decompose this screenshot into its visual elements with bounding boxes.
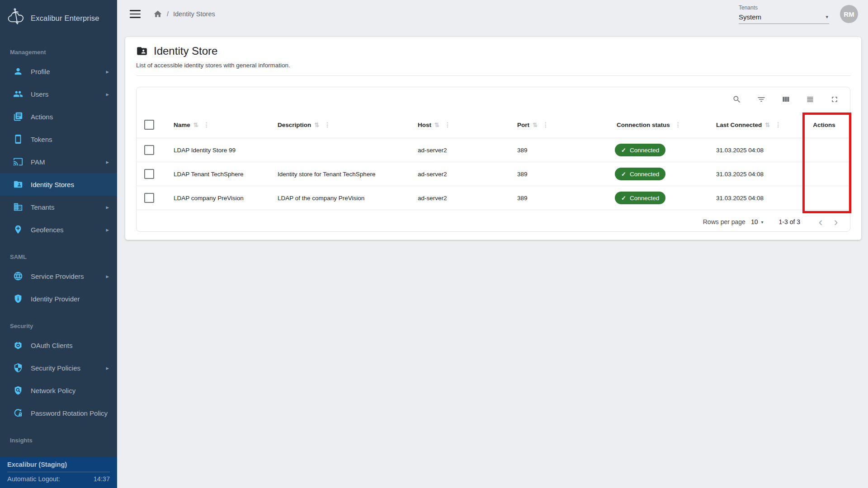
sidebar-item-tokens[interactable]: Tokens [0, 128, 117, 150]
status-badge-connected: ✓ Connected [615, 144, 665, 156]
view-columns-icon [781, 95, 790, 104]
people-icon [13, 89, 24, 99]
column-header-last-connected: Last Connected ⇅ ⋮ [708, 121, 798, 128]
library-books-icon [13, 111, 24, 122]
cell-last-connected: 31.03.2025 04:08 [708, 195, 798, 202]
pagination-range: 1-3 of 3 [779, 218, 800, 225]
person-icon [13, 66, 24, 77]
section-label-security: Security [0, 323, 117, 334]
sidebar-item-identity-provider[interactable]: Identity Provider [0, 287, 117, 310]
cell-host: ad-server2 [410, 171, 509, 178]
data-table: Name ⇅ ⋮ Description ⇅ ⋮ Host ⇅ ⋮ [136, 87, 850, 232]
column-menu-icon[interactable]: ⋮ [542, 121, 549, 128]
sidebar-item-label: Geofences [31, 226, 64, 234]
cell-name: LDAP company PreVision [165, 195, 269, 202]
sidebar-item-label: Tenants [31, 203, 55, 211]
cell-connection-status: ✓ Connected [609, 192, 708, 204]
breadcrumb: / Identity Stores [153, 9, 215, 19]
tenant-select[interactable]: Tenants System ▾ [739, 5, 829, 24]
sidebar-item-oauth-clients[interactable]: OAuth Clients [0, 334, 117, 357]
caret-down-icon: ▾ [761, 220, 763, 225]
density-button[interactable] [805, 94, 816, 105]
cell-name: LDAP Tenant TechSphere [165, 171, 269, 178]
sidebar-item-network-policy[interactable]: Network Policy [0, 379, 117, 402]
table-header-row: Name ⇅ ⋮ Description ⇅ ⋮ Host ⇅ ⋮ [137, 112, 850, 138]
rows-per-page-select[interactable]: 10 ▾ [751, 218, 764, 225]
page-title: Identity Store [154, 45, 217, 57]
caret-down-icon: ▾ [826, 14, 828, 20]
sidebar-item-service-providers[interactable]: Service Providers ▸ [0, 265, 117, 287]
table-row[interactable]: LDAP company PreVision LDAP of the compa… [137, 186, 850, 210]
status-badge-connected: ✓ Connected [615, 168, 665, 180]
app-logo-cloud-sword-icon [6, 7, 26, 29]
column-menu-icon[interactable]: ⋮ [203, 121, 210, 128]
home-icon[interactable] [153, 9, 162, 19]
column-menu-icon[interactable]: ⋮ [675, 121, 681, 128]
cell-port: 389 [509, 147, 609, 154]
section-label-management: Management [0, 49, 117, 60]
sidebar-item-users[interactable]: Users ▸ [0, 83, 117, 105]
column-menu-icon[interactable]: ⋮ [324, 121, 330, 128]
column-header-actions: Actions [798, 122, 850, 128]
sidebar-item-geofences[interactable]: Geofences ▸ [0, 218, 117, 241]
sidebar-item-label: Identity Provider [31, 295, 80, 303]
sidebar-item-identity-stores[interactable]: Identity Stores [0, 173, 117, 196]
column-header-connection-status: Connection status ⋮ [609, 121, 708, 128]
columns-button[interactable] [780, 94, 791, 105]
section-label-insights: Insights [0, 437, 117, 448]
sort-icon[interactable]: ⇅ [193, 122, 198, 128]
fullscreen-button[interactable] [829, 94, 840, 105]
sort-icon[interactable]: ⇅ [533, 122, 538, 128]
filter-button[interactable] [756, 94, 767, 105]
select-all-checkbox[interactable] [144, 120, 154, 130]
chevron-right-icon: ▸ [106, 91, 109, 97]
sidebar-item-label: Users [31, 90, 48, 98]
chevron-right-icon: ▸ [106, 365, 109, 371]
sidebar-item-label: Actions [31, 113, 53, 121]
sidebar-item-profile[interactable]: Profile ▸ [0, 60, 117, 83]
row-checkbox[interactable] [144, 193, 154, 203]
cell-description: Identity store for Tenant TechSphere [269, 171, 410, 178]
check-icon: ✓ [621, 195, 626, 202]
policy-shield-icon [13, 385, 24, 396]
tenant-select-label: Tenants [739, 5, 829, 11]
sidebar-item-pam[interactable]: PAM ▸ [0, 150, 117, 173]
row-checkbox[interactable] [144, 145, 154, 155]
sidebar-item-actions[interactable]: Actions [0, 105, 117, 128]
user-avatar[interactable]: RM [840, 5, 858, 23]
column-menu-icon[interactable]: ⋮ [444, 121, 451, 128]
environment-name: Excalibur (Staging) [7, 461, 110, 468]
sidebar-item-security-policies[interactable]: Security Policies ▸ [0, 357, 117, 379]
sidebar-item-label: Service Providers [31, 272, 84, 280]
cell-connection-status: ✓ Connected [609, 168, 708, 180]
sort-icon[interactable]: ⇅ [434, 122, 439, 128]
column-menu-icon[interactable]: ⋮ [775, 121, 781, 128]
chevron-right-icon: ▸ [106, 69, 109, 75]
sort-icon[interactable]: ⇅ [765, 122, 770, 128]
smartphone-icon [13, 134, 24, 145]
cell-name: LDAP Identity Store 99 [165, 147, 269, 154]
cell-connection-status: ✓ Connected [609, 144, 708, 156]
row-checkbox[interactable] [144, 169, 154, 179]
column-header-host: Host ⇅ ⋮ [410, 121, 509, 128]
topbar: / Identity Stores Tenants System ▾ RM [117, 0, 868, 28]
sort-icon[interactable]: ⇅ [314, 122, 319, 128]
search-button[interactable] [731, 94, 742, 105]
sidebar-item-password-rotation-policy[interactable]: Password Rotation Policy [0, 402, 117, 424]
next-page-button[interactable]: › [828, 214, 844, 230]
status-badge-connected: ✓ Connected [615, 192, 665, 204]
cell-port: 389 [509, 171, 609, 178]
table-row[interactable]: LDAP Identity Store 99 ad-server2 389 ✓ … [137, 138, 850, 162]
fullscreen-icon [830, 95, 839, 104]
app-title: Excalibur Enterprise [31, 14, 99, 23]
section-label-saml: SAML [0, 253, 117, 265]
building-icon [13, 202, 24, 212]
table-row[interactable]: LDAP Tenant TechSphere Identity store fo… [137, 162, 850, 186]
sidebar-item-tenants[interactable]: Tenants ▸ [0, 196, 117, 218]
sidebar-item-label: Network Policy [31, 387, 75, 394]
check-icon: ✓ [621, 147, 626, 154]
menu-toggle-button[interactable] [130, 10, 141, 18]
density-icon [806, 95, 815, 104]
sidebar-nav: Management Profile ▸ Users ▸ Actions Tok… [0, 36, 117, 457]
previous-page-button[interactable]: ‹ [813, 214, 828, 230]
